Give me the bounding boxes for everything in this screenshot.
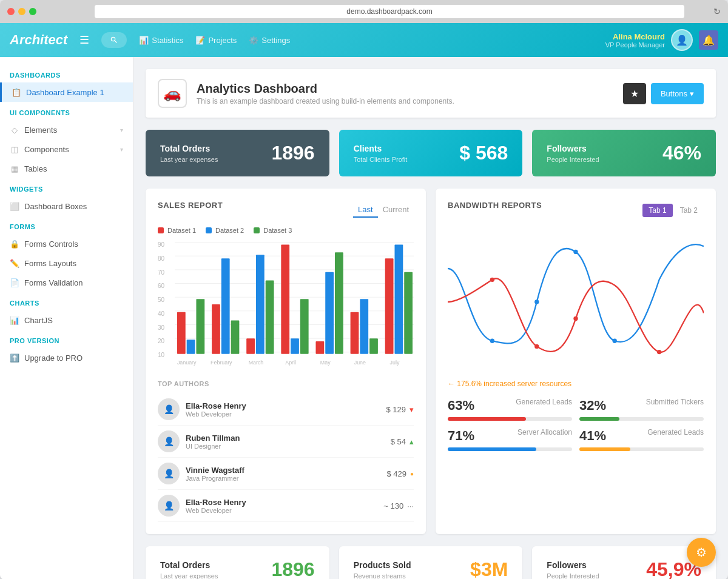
page-header: 🚗 Analytics Dashboard This is an example… — [146, 69, 716, 118]
star-button[interactable]: ★ — [623, 83, 646, 104]
page-header-actions: ★ Buttons ▾ — [623, 83, 704, 104]
buttons-label: Buttons — [661, 89, 687, 98]
bottom-card-label-followers: Followers — [547, 560, 599, 570]
app-logo: Architect — [10, 32, 67, 48]
notification-button[interactable]: 🔔 — [699, 30, 718, 50]
user-name: Alina Mclourd — [605, 32, 665, 41]
author-info-4: Ella-Rose Henry Web Developer — [186, 498, 246, 514]
progress-header-3: 71% Server Allocation — [448, 428, 572, 444]
sales-report-card: SALES REPORT Last Current Dataset 1 — [146, 189, 426, 534]
author-row-1: 👤 Ella-Rose Henry Web Developer $ 129 ▾ — [158, 393, 414, 426]
y-axis: 90 80 70 60 50 40 30 20 10 — [158, 241, 172, 370]
author-info-2: Ruben Tillman UI Designer — [186, 433, 240, 450]
bandwidth-header: BANDWIDTH REPORTS Tab 1 Tab 2 — [448, 201, 704, 219]
progress-generated-leads-2: 41% Generated Leads — [579, 428, 704, 451]
bottom-card-left-products: Products Sold Revenue streams — [354, 560, 411, 580]
bandwidth-tab-1[interactable]: Tab 1 — [642, 204, 672, 217]
url-bar[interactable]: demo.dashboardpack.com — [95, 5, 684, 18]
tab-current[interactable]: Current — [378, 202, 414, 218]
y-label-40: 40 — [158, 310, 172, 317]
sidebar-item-upgrade[interactable]: ⬆️ Upgrade to PRO — [0, 348, 133, 367]
sidebar-item-components[interactable]: ◫ Components ▾ — [0, 139, 133, 159]
author-amount-2: $ 54 ▴ — [391, 437, 414, 446]
search-button[interactable] — [101, 32, 127, 48]
legend-dataset2: Dataset 2 — [206, 227, 244, 234]
y-label-10: 10 — [158, 352, 172, 358]
browser-dots — [7, 8, 36, 15]
bandwidth-tabs: Tab 1 Tab 2 — [642, 204, 704, 217]
chevron-down-icon-2: ▾ — [120, 146, 123, 153]
svg-rect-18 — [281, 245, 289, 354]
svg-point-43 — [573, 316, 578, 321]
bottom-cards: Total Orders Last year expenses 1896 Pro… — [146, 546, 716, 579]
sidebar-item-tables[interactable]: ▦ Tables — [0, 159, 133, 178]
svg-rect-11 — [196, 299, 204, 354]
svg-rect-25 — [360, 299, 368, 354]
buttons-button[interactable]: Buttons ▾ — [651, 83, 704, 104]
legend-dot-2 — [206, 227, 212, 233]
sidebar-item-chartjs[interactable]: 📊 ChartJS — [0, 310, 133, 330]
bottom-card-sub-products: Revenue streams — [354, 572, 411, 580]
page-title: Analytics Dashboard — [197, 82, 454, 96]
charts-row: SALES REPORT Last Current Dataset 1 — [146, 189, 716, 534]
nav-statistics[interactable]: 📊Statistics — [139, 36, 183, 45]
author-name-4: Ella-Rose Henry — [186, 498, 246, 507]
stat-cards: Total Orders Last year expenses 1896 Cli… — [146, 130, 716, 176]
svg-text:April: April — [285, 360, 296, 366]
progress-server-allocation: 71% Server Allocation — [448, 428, 572, 451]
amount-value-2: $ 54 — [391, 437, 406, 446]
sidebar-item-forms-validation[interactable]: 📄 Forms Validation — [0, 273, 133, 292]
progress-bg-2 — [579, 417, 704, 421]
components-icon: ◫ — [10, 144, 19, 154]
sidebar-item-dashboard-boxes[interactable]: ⬜ Dashboard Boxes — [0, 196, 133, 216]
progress-bg-3 — [448, 447, 572, 451]
chart-legend: Dataset 1 Dataset 2 Dataset 3 — [158, 227, 414, 234]
y-label-50: 50 — [158, 296, 172, 303]
svg-text:February: February — [211, 360, 232, 366]
progress-value-4: 41% — [579, 428, 606, 444]
author-amount-4: ~ 130 ··· — [383, 501, 414, 510]
author-info-1: Ella-Rose Henry Web Developer — [186, 401, 246, 418]
tables-icon: ▦ — [10, 164, 19, 173]
nav-settings[interactable]: ⚙️Settings — [249, 36, 290, 45]
avatar[interactable]: 👤 — [671, 29, 693, 51]
sidebar-label-forms-validation: Forms Validation — [24, 278, 83, 287]
y-label-70: 70 — [158, 269, 172, 276]
reload-button[interactable]: ↻ — [713, 7, 721, 16]
bandwidth-tab-2[interactable]: Tab 2 — [674, 204, 704, 217]
sales-report-title: SALES REPORT — [158, 201, 223, 210]
minimize-dot[interactable] — [18, 8, 25, 15]
author-role-4: Web Developer — [186, 507, 246, 514]
legend-dataset1: Dataset 1 — [158, 227, 196, 234]
fab-button[interactable]: ⚙ — [687, 538, 716, 567]
progress-bg-1 — [448, 417, 572, 421]
bottom-card-products: Products Sold Revenue streams $3M — [339, 546, 523, 579]
progress-fill-3 — [448, 447, 536, 451]
svg-text:March: March — [249, 360, 264, 366]
sidebar-item-forms-controls[interactable]: 🔒 Forms Controls — [0, 234, 133, 253]
progress-grid: 63% Generated Leads 32% Submi — [448, 398, 704, 451]
maximize-dot[interactable] — [29, 8, 36, 15]
hamburger-menu[interactable]: ☰ — [79, 33, 89, 47]
svg-point-44 — [657, 350, 661, 354]
progress-value-2: 32% — [579, 398, 606, 413]
sidebar-section-pro: PRO VERSION — [0, 330, 133, 348]
author-role-2: UI Designer — [186, 443, 240, 450]
page-header-text: Analytics Dashboard This is an example d… — [197, 82, 454, 105]
user-role: VP People Manager — [605, 41, 665, 49]
top-navigation: Architect ☰ 📊Statistics 📝Projects ⚙️Sett… — [0, 23, 728, 57]
svg-rect-27 — [385, 258, 394, 354]
stat-value-orders: 1896 — [271, 142, 314, 164]
sidebar: DASHBOARDS 📋 Dashboard Example 1 UI COMP… — [0, 57, 133, 579]
svg-rect-19 — [291, 338, 299, 354]
sidebar-item-dashboard-example-1[interactable]: 📋 Dashboard Example 1 — [0, 82, 133, 102]
sidebar-label-tables: Tables — [24, 164, 47, 173]
nav-projects[interactable]: 📝Projects — [195, 36, 237, 45]
browser-toolbar: demo.dashboardpack.com ↻ — [0, 0, 728, 23]
progress-value-3: 71% — [448, 428, 474, 444]
stat-card-followers: Followers People Interested 46% — [532, 130, 716, 176]
close-dot[interactable] — [7, 8, 15, 15]
tab-last[interactable]: Last — [353, 202, 378, 218]
sidebar-item-elements[interactable]: ◇ Elements ▾ — [0, 120, 133, 139]
sidebar-item-forms-layouts[interactable]: ✏️ Forms Layouts — [0, 253, 133, 273]
